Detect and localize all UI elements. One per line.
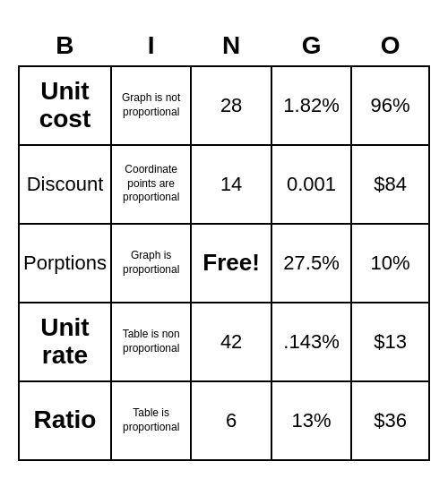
- cell-row3-n: 42: [191, 303, 271, 381]
- cell-row2-g: 27.5%: [271, 224, 351, 303]
- cell-row4-i: Table is proportional: [111, 381, 191, 460]
- cell-row2-n: Free!: [191, 224, 271, 303]
- cell-row0-o: 96%: [351, 66, 429, 145]
- cell-row1-b: Discount: [19, 145, 111, 224]
- cell-row0-i: Graph is not proportional: [111, 66, 191, 145]
- cell-row4-o: $36: [351, 381, 429, 460]
- cell-row3-b: Unit rate: [19, 303, 111, 381]
- header-n: N: [191, 27, 271, 66]
- table-row: DiscountCoordinate points are proportion…: [19, 145, 429, 224]
- header-b: B: [19, 27, 111, 66]
- cell-row3-o: $13: [351, 303, 429, 381]
- cell-row3-i: Table is non proportional: [111, 303, 191, 381]
- header-o: O: [351, 27, 429, 66]
- cell-row3-g: .143%: [271, 303, 351, 381]
- cell-row2-i: Graph is proportional: [111, 224, 191, 303]
- cell-row1-n: 14: [191, 145, 271, 224]
- table-row: Unit rateTable is non proportional42.143…: [19, 303, 429, 381]
- cell-row0-g: 1.82%: [271, 66, 351, 145]
- cell-row2-b: Porptions: [19, 224, 111, 303]
- cell-row0-n: 28: [191, 66, 271, 145]
- cell-row1-o: $84: [351, 145, 429, 224]
- table-row: RatioTable is proportional613%$36: [19, 381, 429, 460]
- header-g: G: [271, 27, 351, 66]
- cell-row1-g: 0.001: [271, 145, 351, 224]
- cell-row4-g: 13%: [271, 381, 351, 460]
- table-row: PorptionsGraph is proportionalFree!27.5%…: [19, 224, 429, 303]
- cell-row1-i: Coordinate points are proportional: [111, 145, 191, 224]
- header-i: I: [111, 27, 191, 66]
- table-row: Unit costGraph is not proportional281.82…: [19, 66, 429, 145]
- cell-row4-n: 6: [191, 381, 271, 460]
- cell-row0-b: Unit cost: [19, 66, 111, 145]
- bingo-card: B I N G O Unit costGraph is not proporti…: [18, 27, 430, 461]
- cell-row4-b: Ratio: [19, 381, 111, 460]
- cell-row2-o: 10%: [351, 224, 429, 303]
